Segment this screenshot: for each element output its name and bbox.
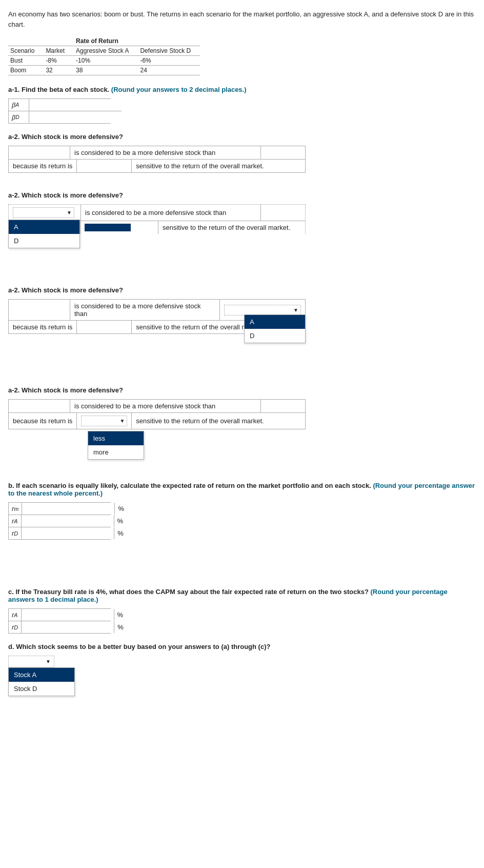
- b-ra-input[interactable]: [22, 515, 114, 527]
- col-market: Market: [44, 46, 74, 56]
- a2-4-dd-list: less more: [88, 431, 144, 460]
- a2-4-row1-input: [9, 400, 70, 412]
- c-rd-label: rD: [9, 621, 22, 633]
- a2-3-row1-input: [9, 300, 70, 320]
- row-boom-market: 32: [44, 66, 74, 75]
- a2-3-dd-arrow: ▼: [293, 307, 298, 313]
- a2-4-label: a-2. Which stock is more defensive?: [8, 386, 476, 394]
- a2-4-table: is considered to be a more defensive sto…: [8, 399, 306, 429]
- a2-2-dd-item-d[interactable]: D: [9, 234, 79, 248]
- a2-1-stock-input2[interactable]: [265, 149, 301, 156]
- a2-1-row1: is considered to be a more defensive sto…: [9, 146, 305, 160]
- a2-3-row1-text: is considered to be a more defensive sto…: [70, 300, 220, 320]
- a2-4-row2-text: sensitive to the return of the overall m…: [132, 413, 305, 429]
- a2-1-sensitivity-input: [77, 160, 132, 172]
- row-bust-defensive: -6%: [138, 56, 200, 66]
- c-ra-row: rA %: [9, 609, 110, 621]
- a2-4-dd-arrow: ▼: [119, 418, 125, 424]
- b-spacer: [8, 548, 476, 579]
- a2-4-right-input[interactable]: [265, 402, 301, 410]
- a2-4-stock-input[interactable]: [13, 402, 64, 410]
- a2-2-sensitivity-field[interactable]: [85, 224, 131, 231]
- a2-1-stock-input[interactable]: [13, 149, 64, 156]
- a1-beta-a-row: βA: [9, 99, 122, 111]
- a2-3-dd-item-d[interactable]: D: [245, 329, 305, 343]
- d-dd-item-stock-a[interactable]: Stock A: [9, 668, 74, 682]
- a2-4-row1-right: [261, 400, 305, 412]
- c-ra-input[interactable]: [22, 609, 114, 621]
- b-rd-pct: %: [114, 527, 127, 539]
- a2-2-row1: ▼ is considered to be a more defensive s…: [9, 205, 305, 221]
- d-spacer: [8, 667, 476, 708]
- d-section: ▼ Stock A Stock D: [8, 656, 54, 667]
- a2-1-label: a-2. Which stock is more defensive?: [8, 133, 476, 141]
- d-label: d. Which stock seems to be a better buy …: [8, 643, 476, 650]
- a1-beta-d-row: βD: [9, 111, 122, 123]
- a2-4-spacer: [8, 431, 476, 472]
- a2-1-sensitivity-field[interactable]: [81, 162, 127, 170]
- d-dd-arrow: ▼: [46, 659, 51, 664]
- a2-1-row1-text: is considered to be a more defensive sto…: [70, 146, 261, 159]
- b-rm-pct: %: [114, 503, 127, 515]
- b-rm-input[interactable]: [22, 503, 114, 515]
- a2-3-label: a-2. Which stock is more defensive?: [8, 286, 476, 294]
- row-boom-scenario: Boom: [8, 66, 44, 75]
- a2-3-dd-trigger[interactable]: ▼: [224, 305, 301, 315]
- a1-input-grid: βA βD: [8, 98, 111, 124]
- c-rd-row: rD %: [9, 621, 110, 633]
- a2-2-row1-dd: ▼: [9, 205, 80, 221]
- c-ra-label: rA: [9, 609, 22, 621]
- a2-2-dd-arrow: ▼: [67, 210, 72, 215]
- intro-text: An economy has two scenarios: boom or bu…: [8, 9, 476, 29]
- a2-2-right-input[interactable]: [265, 209, 301, 216]
- c-ra-pct: %: [114, 609, 127, 621]
- col-aggressive: Aggressive Stock A: [74, 46, 138, 56]
- a2-2-row1-right: [261, 205, 305, 221]
- a2-4-dd-trigger[interactable]: ▼: [81, 416, 127, 426]
- a2-4-because-label: because its return is: [9, 413, 77, 429]
- a1-beta-a-label: βA: [9, 99, 29, 111]
- a2-2-dd-item-a[interactable]: A: [9, 220, 79, 234]
- a2-2-row2-text: sensitive to the return of the overall m…: [158, 221, 305, 234]
- a2-3-sensitivity-field[interactable]: [81, 323, 127, 331]
- a2-1-row2-text: sensitive to the return of the overall m…: [132, 160, 305, 172]
- a2-4-row1: is considered to be a more defensive sto…: [9, 400, 305, 413]
- d-dd-trigger[interactable]: ▼: [8, 656, 54, 667]
- c-input-grid: rA % rD %: [8, 608, 111, 634]
- b-rd-row: rD %: [9, 527, 110, 539]
- row-bust-market: -8%: [44, 56, 74, 66]
- rate-of-return-header: Rate of Return: [74, 36, 200, 46]
- a2-1-row1-input: [9, 146, 70, 159]
- a2-3-section: is considered to be a more defensive sto…: [8, 299, 306, 334]
- c-label: c. If the Treasury bill rate is 4%, what…: [8, 588, 476, 603]
- b-rd-input[interactable]: [22, 527, 114, 539]
- a2-3-because-label: because its return is: [9, 321, 77, 333]
- a2-2-section: ▼ is considered to be a more defensive s…: [8, 204, 306, 234]
- c-rd-pct: %: [114, 621, 127, 633]
- c-rd-input[interactable]: [22, 621, 114, 633]
- a2-3-dd-item-a[interactable]: A: [245, 315, 305, 329]
- a2-4-dd-cell: ▼: [77, 413, 132, 429]
- a2-4-dd-item-less[interactable]: less: [88, 431, 144, 445]
- a1-beta-a-input[interactable]: [29, 99, 122, 111]
- a2-4-dd-item-more[interactable]: more: [88, 445, 144, 459]
- b-rm-row: rm %: [9, 503, 110, 515]
- a2-1-row1-input2: [261, 146, 305, 159]
- a1-label: a-1. Find the beta of each stock. (Round…: [8, 86, 476, 93]
- a2-3-stock-input[interactable]: [13, 306, 64, 314]
- a2-2-row2-input: [80, 221, 158, 234]
- b-ra-pct: %: [114, 515, 127, 527]
- a2-4-row2: because its return is ▼ sensitive to the…: [9, 413, 305, 429]
- b-input-grid: rm % rA % rD %: [8, 502, 111, 540]
- a2-1-row2: because its return is sensitive to the r…: [9, 160, 305, 172]
- a2-3-dd-list: A D: [244, 314, 306, 343]
- a2-4-section: is considered to be a more defensive sto…: [8, 399, 306, 429]
- a1-beta-d-input[interactable]: [29, 111, 122, 123]
- a2-3-sensitivity-input: [77, 321, 132, 333]
- d-dd-item-stock-d[interactable]: Stock D: [9, 682, 74, 696]
- a2-1-container: is considered to be a more defensive sto…: [8, 146, 306, 173]
- d-dd-list: Stock A Stock D: [8, 667, 75, 696]
- col-scenario: Scenario: [8, 46, 44, 56]
- a2-2-dd-trigger[interactable]: ▼: [13, 207, 74, 218]
- col-defensive: Defensive Stock D: [138, 46, 200, 56]
